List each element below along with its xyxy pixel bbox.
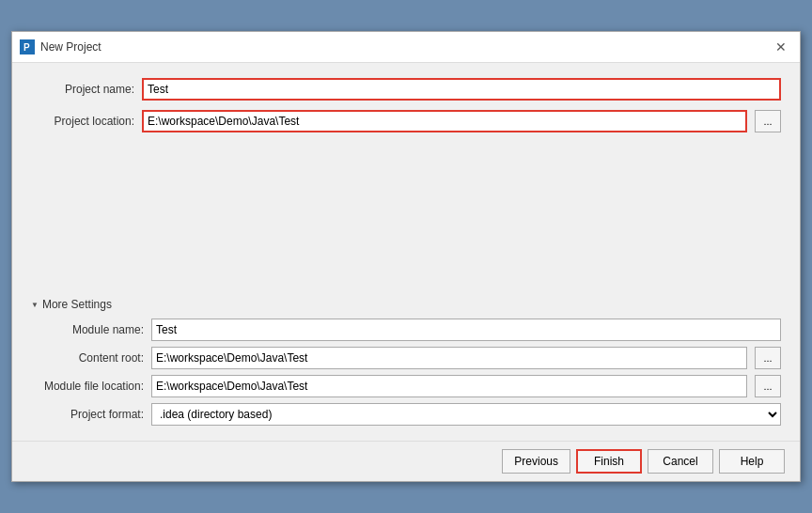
more-settings-section: ▼ More Settings Module name: Content roo… <box>31 298 781 426</box>
title-bar: P New Project ✕ <box>12 32 800 63</box>
previous-button[interactable]: Previous <box>502 449 570 474</box>
svg-text:P: P <box>23 42 30 53</box>
content-root-label: Content root: <box>40 351 144 365</box>
body-spacer <box>31 142 781 281</box>
module-name-label: Module name: <box>40 323 144 336</box>
project-name-row: Project name: <box>31 78 781 101</box>
close-button[interactable]: ✕ <box>770 38 792 56</box>
module-file-location-row: Module file location: ... <box>40 375 781 397</box>
project-location-input[interactable] <box>142 110 747 132</box>
dialog-footer: Previous Finish Cancel Help <box>12 441 800 481</box>
module-file-location-browse-button[interactable]: ... <box>755 375 781 397</box>
project-format-row: Project format: .idea (directory based) <box>40 403 781 426</box>
dialog-body: Project name: Project location: ... ▼ Mo… <box>12 63 800 441</box>
dialog-icon: P <box>20 39 35 54</box>
dialog-title: New Project <box>40 40 102 54</box>
more-settings-content: Module name: Content root: ... Module fi… <box>31 319 781 426</box>
project-location-browse-button[interactable]: ... <box>755 110 781 132</box>
project-location-row: Project location: ... <box>31 110 781 132</box>
module-file-location-input[interactable] <box>151 375 747 397</box>
project-name-input[interactable] <box>142 78 781 101</box>
content-root-row: Content root: ... <box>40 347 781 369</box>
module-file-location-label: Module file location: <box>40 380 144 393</box>
help-button[interactable]: Help <box>719 449 785 474</box>
collapse-triangle-icon: ▼ <box>31 301 39 309</box>
project-location-label: Project location: <box>31 115 134 128</box>
module-name-row: Module name: <box>40 319 781 341</box>
more-settings-header[interactable]: ▼ More Settings <box>31 298 781 311</box>
project-format-select[interactable]: .idea (directory based) <box>151 403 781 426</box>
project-format-label: Project format: <box>40 408 144 421</box>
more-settings-label: More Settings <box>42 298 112 311</box>
content-root-browse-button[interactable]: ... <box>755 347 781 369</box>
cancel-button[interactable]: Cancel <box>648 449 713 474</box>
content-root-input[interactable] <box>151 347 747 369</box>
module-name-input[interactable] <box>151 319 781 341</box>
project-name-label: Project name: <box>31 83 134 96</box>
finish-button[interactable]: Finish <box>576 449 642 474</box>
new-project-dialog: P New Project ✕ Project name: Project lo… <box>11 31 801 482</box>
